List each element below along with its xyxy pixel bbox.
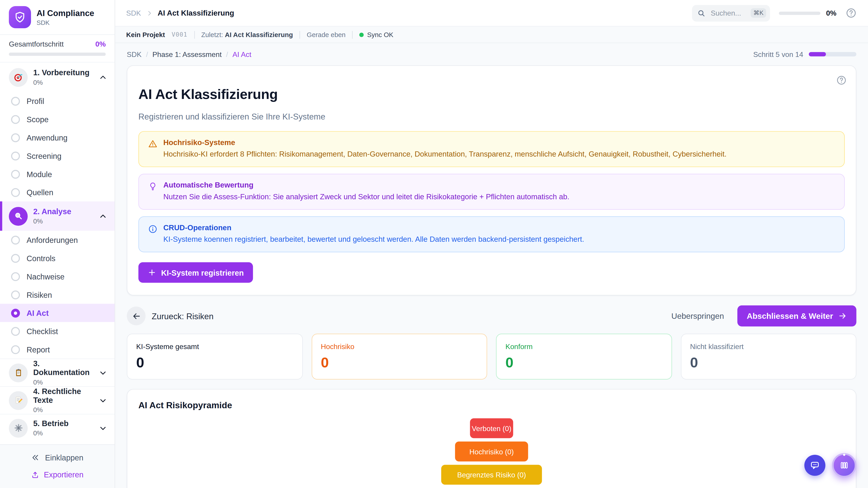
section-percent: 0% <box>33 379 94 386</box>
section-title: 4. Rechtliche Texte <box>33 387 94 405</box>
stat-card-nicht-klassifiziert: Nicht klassifiziert 0 <box>681 334 857 380</box>
divider <box>352 31 352 38</box>
radio-selected-icon <box>11 308 20 317</box>
radio-icon <box>11 170 20 178</box>
sidebar-footer: Einklappen Exportieren <box>0 445 115 488</box>
stat-value: 0 <box>505 355 662 370</box>
help-icon[interactable] <box>845 7 857 19</box>
chevron-down-icon <box>99 424 107 432</box>
arrow-left-icon <box>127 306 146 325</box>
radio-icon <box>11 188 20 197</box>
sidebar-item-screening[interactable]: Screening <box>0 147 115 165</box>
sidebar-item-profil[interactable]: Profil <box>0 92 115 110</box>
kanban-columns-icon <box>839 460 850 471</box>
stat-label: KI-Systeme gesamt <box>136 343 293 351</box>
phase-crumb-phase[interactable]: Phase 1: Assessment <box>152 50 221 59</box>
section-title: 2. Analyse <box>33 207 71 216</box>
item-label: Profil <box>27 96 44 105</box>
sidebar-item-ai-act[interactable]: AI Act <box>0 304 115 322</box>
chevron-up-icon <box>99 73 107 81</box>
register-label: KI-System registrieren <box>161 268 244 277</box>
alert-automatische-bewertung: Automatische Bewertung Nutzen Sie die As… <box>138 173 845 210</box>
sidebar-item-nachweise[interactable]: Nachweise <box>0 267 115 286</box>
export-button[interactable]: Exportieren <box>27 468 88 482</box>
step-progress-fill <box>809 52 826 57</box>
export-label: Exportieren <box>44 470 84 479</box>
back-label: Zurueck: Risiken <box>152 311 214 321</box>
sidebar-item-anforderungen[interactable]: Anforderungen <box>0 231 115 249</box>
kanban-fab-button[interactable] <box>832 453 857 478</box>
step-progress: Schritt 5 von 14 <box>753 50 856 59</box>
sidebar-item-controls[interactable]: Controls <box>0 249 115 267</box>
sidebar-item-module[interactable]: Module <box>0 165 115 183</box>
sidebar-section-dokumentation[interactable]: 3. Dokumentation 0% <box>0 359 115 386</box>
sidebar-section-vorbereitung[interactable]: 1. Vorbereitung 0% <box>0 63 115 92</box>
section-percent: 0% <box>33 78 90 86</box>
item-label: Anforderungen <box>27 235 78 244</box>
stat-card-gesamt: KI-Systeme gesamt 0 <box>127 334 303 380</box>
chat-fab-button[interactable] <box>804 455 825 476</box>
content-column: SDK AI Act Klassifizierung ⌘K 0% <box>115 0 868 488</box>
finish-and-next-button[interactable]: Abschliessen & Weiter <box>737 305 857 326</box>
sidebar-item-checklist[interactable]: Checklist <box>0 322 115 340</box>
pyramid-level-hochrisiko: Hochrisiko (0) <box>455 442 528 462</box>
sidebar-item-report[interactable]: Report <box>0 340 115 359</box>
radio-icon <box>11 254 20 263</box>
breadcrumb: SDK AI Act Klassifizierung <box>126 9 234 17</box>
plus-icon <box>148 268 156 277</box>
sidebar-section-betrieb[interactable]: 5. Betrieb 0% <box>0 414 115 442</box>
overall-progress-label: Gesamtfortschritt <box>9 40 64 48</box>
section-title: 1. Vorbereitung <box>33 68 90 77</box>
item-label: Controls <box>27 254 56 263</box>
search-input[interactable] <box>710 8 746 18</box>
alert-title: Automatische Bewertung <box>163 181 569 189</box>
divider <box>194 31 194 38</box>
chevron-down-icon <box>99 369 107 377</box>
status-bar: Kein Projekt V001 Zuletzt: AI Act Klassi… <box>115 27 868 43</box>
section-items-vorbereitung: Profil Scope Anwendung Screening Module … <box>0 92 115 201</box>
back-button[interactable]: Zurueck: Risiken <box>127 306 214 325</box>
sidebar: AI Compliance SDK Gesamtfortschritt 0% 1… <box>0 0 115 488</box>
target-icon <box>9 68 28 87</box>
page-body: SDK / Phase 1: Assessment / AI Act Schri… <box>115 43 868 488</box>
pyramid-title: AI Act Risikopyramide <box>138 401 845 411</box>
collapse-sidebar-button[interactable]: Einklappen <box>27 451 88 464</box>
sidebar-item-anwendung[interactable]: Anwendung <box>0 128 115 147</box>
version-badge: V001 <box>172 31 187 38</box>
pyramid-level-begrenztes-risiko: Begrenztes Risiko (0) <box>441 465 542 485</box>
sidebar-item-scope[interactable]: Scope <box>0 110 115 128</box>
register-ki-system-button[interactable]: KI-System registrieren <box>138 262 253 283</box>
double-chevron-left-icon <box>31 453 40 462</box>
sidebar-section-analyse[interactable]: 2. Analyse 0% <box>0 201 115 231</box>
app-subtitle: SDK <box>37 19 94 26</box>
sidebar-section-rechtliche-texte[interactable]: 4. Rechtliche Texte 0% <box>0 386 115 414</box>
radio-icon <box>11 115 20 124</box>
stat-value: 0 <box>321 355 477 370</box>
stat-label: Konform <box>505 343 662 351</box>
app-name: AI Compliance <box>37 8 94 18</box>
alert-title: Hochrisiko-Systeme <box>163 138 726 147</box>
gear-icon <box>9 419 28 437</box>
sidebar-item-risiken[interactable]: Risiken <box>0 286 115 304</box>
radio-icon <box>11 96 20 105</box>
item-label: Screening <box>27 151 61 160</box>
search-box[interactable]: ⌘K <box>692 5 770 21</box>
app-logo <box>9 6 31 28</box>
skip-button[interactable]: Ueberspringen <box>671 312 724 320</box>
page-subtitle: Registrieren und klassifizieren Sie Ihre… <box>138 111 845 121</box>
radio-icon <box>11 290 20 299</box>
section-items-analyse: Anforderungen Controls Nachweise Risiken… <box>0 231 115 359</box>
chevron-down-icon <box>99 396 107 404</box>
stat-value: 0 <box>136 355 293 370</box>
warning-triangle-icon <box>148 138 158 160</box>
sidebar-item-quellen[interactable]: Quellen <box>0 183 115 201</box>
main-card: AI Act Klassifizierung Registrieren und … <box>127 65 857 295</box>
breadcrumb-root[interactable]: SDK <box>126 9 141 17</box>
phase-crumb-root[interactable]: SDK <box>127 50 142 59</box>
breadcrumb-current: AI Act Klassifizierung <box>158 9 234 17</box>
shield-check-icon <box>14 11 26 23</box>
radio-icon <box>11 345 20 354</box>
card-help-icon[interactable] <box>836 75 847 86</box>
last-step-label: Zuletzt: <box>201 31 223 38</box>
sync-status: Sync OK <box>360 31 393 38</box>
